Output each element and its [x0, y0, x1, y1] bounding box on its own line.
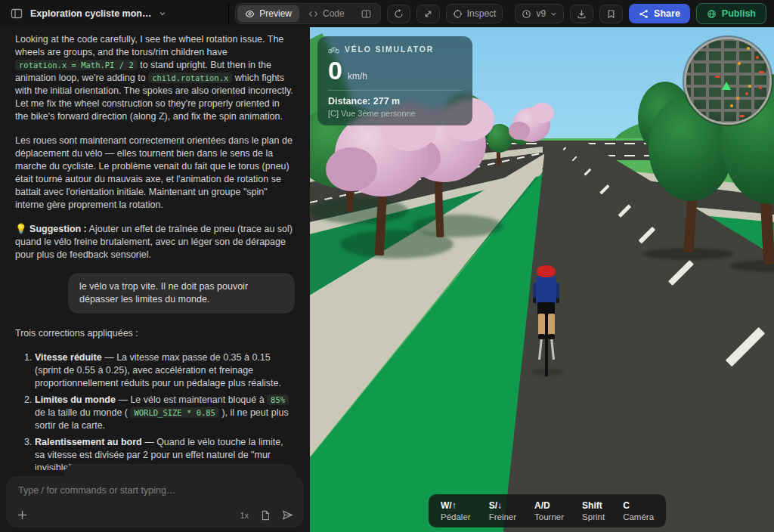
composer[interactable]: Type / for commands or start typing… 1x [6, 476, 304, 527]
code-icon [308, 9, 318, 19]
assistant-paragraph: Trois corrections appliquées : [15, 327, 295, 340]
minimap-grid [686, 39, 769, 122]
document-icon [260, 510, 271, 521]
chevron-down-icon[interactable] [159, 10, 166, 17]
conversation-title[interactable]: Exploration cycliste mon… [30, 8, 151, 19]
attach-file-button[interactable] [260, 510, 271, 521]
cyclist-leg [538, 314, 545, 336]
inline-code: child.rotation.x [148, 73, 232, 83]
minimap-dot [759, 86, 762, 89]
split-view-button[interactable] [354, 6, 379, 22]
publish-button[interactable]: Publish [696, 3, 766, 24]
control-hint: ShiftSprint [582, 500, 605, 521]
blossom-tree [512, 107, 550, 142]
tree-shadow [310, 198, 408, 224]
version-dropdown[interactable]: v9 [515, 4, 564, 23]
preview-toolbar: Preview Code [228, 3, 774, 24]
assistant-paragraph: Les roues sont maintenant correctement o… [15, 135, 295, 212]
minimap-dot [730, 104, 733, 107]
bookmark-icon [606, 9, 616, 19]
minimap-dot [759, 71, 764, 73]
distance-readout: Distance: 277 m [328, 96, 462, 107]
download-icon [577, 9, 587, 19]
cyclist-torso [536, 276, 556, 305]
minimap-dot [738, 62, 741, 65]
minimap-dot [745, 92, 748, 95]
preview-canvas[interactable]: VÉLO SIMULATOR 0 km/h Distance: 277 m [C… [310, 27, 774, 532]
hud-title: VÉLO SIMULATOR [345, 45, 434, 54]
control-hint: A/DTourner [534, 500, 564, 521]
top-bar: Exploration cycliste mon… Preview [0, 0, 774, 27]
tree-shadow [412, 215, 503, 237]
hud-speed-panel: VÉLO SIMULATOR 0 km/h Distance: 277 m [C… [317, 36, 472, 125]
chat-transcript[interactable]: Looking at the code carefully, I see the… [0, 27, 310, 470]
speed-unit: km/h [348, 71, 367, 82]
list-item: Vitesse réduite — La vitesse max passe d… [35, 351, 295, 390]
send-icon [282, 509, 293, 521]
cyclist [531, 264, 564, 378]
history-clock-icon [522, 9, 531, 19]
control-hint: S/↓Freiner [489, 500, 516, 521]
chevron-down-icon [550, 11, 557, 17]
fixes-list: Vitesse réduite — La vitesse max passe d… [15, 351, 295, 470]
keyboard-controls-bar: W/↑Pédaler S/↓Freiner A/DTourner ShiftSp… [429, 494, 666, 527]
minimap [684, 37, 772, 125]
chat-panel: Looking at the code carefully, I see the… [0, 27, 310, 532]
bike-wheel [545, 308, 548, 376]
minimap-dot [715, 76, 720, 78]
minimap-dot [739, 115, 745, 117]
inspect-button[interactable]: Inspect [446, 4, 503, 23]
control-hint: CCaméra [623, 500, 654, 521]
tab-code[interactable]: Code [301, 5, 352, 22]
minimap-player-marker [722, 82, 731, 90]
inline-code: rotation.x = Math.PI / 2 [15, 60, 138, 70]
minimap-dot [756, 56, 759, 59]
assistant-suggestion: 💡 Suggestion : Ajouter un effet de traîn… [15, 223, 295, 261]
speed-value: 0 [328, 57, 342, 83]
cyclist-foot [538, 334, 545, 339]
tab-preview[interactable]: Preview [237, 5, 299, 22]
eye-icon [245, 9, 255, 19]
list-item: Limites du monde — Le vélo est maintenan… [35, 394, 295, 432]
download-button[interactable] [570, 5, 593, 23]
refresh-button[interactable] [387, 5, 410, 23]
lightbulb-icon: 💡 [15, 224, 27, 234]
minimap-dot [747, 47, 750, 50]
bike-icon [328, 45, 339, 54]
send-button[interactable] [282, 509, 293, 521]
plus-icon [17, 509, 28, 521]
cyclist-helmet [537, 265, 556, 277]
composer-input[interactable]: Type / for commands or start typing… [18, 485, 292, 496]
camera-mode-hint: [C] Vue 3ème personne [328, 109, 462, 118]
cyclist-foot [548, 334, 555, 339]
assistant-paragraph: Looking at the code carefully, I see the… [15, 33, 295, 123]
view-mode-switch: Preview Code [235, 3, 380, 24]
bookmark-button[interactable] [599, 5, 623, 23]
refresh-icon [394, 9, 404, 19]
minimap-dot [748, 85, 751, 88]
chat-header: Exploration cycliste mon… [0, 8, 228, 20]
sidebar-toggle-icon[interactable] [11, 8, 23, 20]
attach-button[interactable] [17, 509, 28, 521]
share-button[interactable]: Share [629, 4, 690, 23]
speed-multiplier[interactable]: 1x [240, 511, 249, 520]
inline-code: 85% [267, 394, 289, 405]
cyclist-leg [548, 314, 555, 336]
inline-code: WORLD_SIZE * 0.85 [130, 407, 218, 418]
fullscreen-button[interactable] [416, 5, 440, 23]
share-nodes-icon [639, 9, 649, 19]
user-message-bubble: le vélo va trop vite. Il ne doit pas pou… [68, 273, 295, 314]
expand-icon [423, 9, 433, 19]
inspect-target-icon [453, 9, 463, 19]
globe-icon [707, 9, 717, 19]
app-window: Exploration cycliste mon… Preview [0, 0, 774, 532]
split-view-icon [361, 9, 371, 19]
minimap-dot [736, 97, 739, 100]
control-hint: W/↑Pédaler [441, 500, 471, 521]
